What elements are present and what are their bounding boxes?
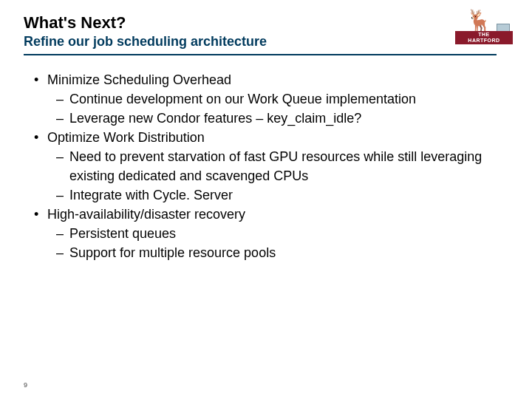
bullet-text: High-availability/disaster recovery xyxy=(47,207,245,222)
sub-bullet-item: Integrate with Cycle. Server xyxy=(56,185,508,205)
sub-bullet-text: Integrate with Cycle. Server xyxy=(69,188,233,202)
bullet-text: Minimize Scheduling Overhead xyxy=(47,72,231,87)
sub-bullet-text: Persistent queues xyxy=(69,226,176,241)
sub-bullet-item: Persistent queues xyxy=(56,224,508,243)
slide-title: What's Next? xyxy=(24,13,508,33)
bullet-text: Optimize Work Distribution xyxy=(47,130,205,145)
sub-bullet-item: Need to prevent starvation of fast GPU r… xyxy=(56,147,508,185)
slide-header: What's Next? Refine our job scheduling a… xyxy=(24,13,508,55)
bullet-item: Optimize Work Distribution Need to preve… xyxy=(34,128,508,205)
sub-bullet-item: Continue development on our Work Queue i… xyxy=(56,89,508,109)
sub-bullet-text: Leverage new Condor features – key_claim… xyxy=(69,111,361,126)
sub-bullet-text: Continue development on our Work Queue i… xyxy=(69,92,416,106)
sub-bullet-text: Support for multiple resource pools xyxy=(69,245,276,260)
bullet-item: Minimize Scheduling Overhead Continue de… xyxy=(34,70,508,128)
slide-body: Minimize Scheduling Overhead Continue de… xyxy=(24,70,508,262)
header-divider xyxy=(24,54,497,55)
bullet-item: High-availability/disaster recovery Pers… xyxy=(34,205,508,262)
page-number: 9 xyxy=(24,381,27,389)
slide: 🦌 THE HARTFORD What's Next? Refine our j… xyxy=(0,0,532,399)
sub-bullet-item: Leverage new Condor features – key_claim… xyxy=(56,109,508,128)
sub-bullet-item: Support for multiple resource pools xyxy=(56,243,508,262)
sub-bullet-text: Need to prevent starvation of fast GPU r… xyxy=(69,149,482,183)
slide-subtitle: Refine our job scheduling architecture xyxy=(24,34,508,50)
